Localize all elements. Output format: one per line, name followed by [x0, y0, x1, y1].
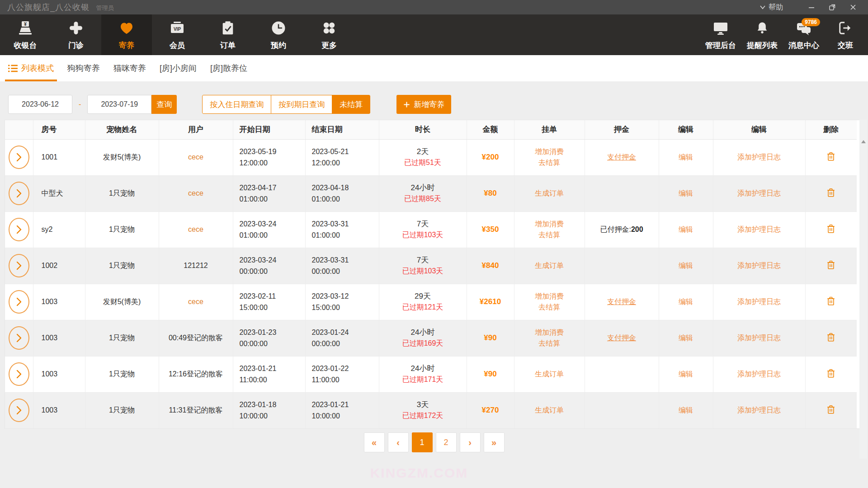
order-action-link[interactable]: 增加消费	[514, 219, 585, 230]
expand-button[interactable]	[9, 218, 29, 241]
edit-link[interactable]: 编辑	[679, 370, 693, 378]
duration-cell: 7天已过期103天	[379, 248, 467, 284]
edit-link[interactable]: 编辑	[679, 334, 693, 342]
edit-link[interactable]: 编辑	[679, 153, 693, 161]
nav-item-shift-change[interactable]: 交班	[825, 14, 866, 55]
order-action-link[interactable]: 去结算	[514, 302, 585, 313]
nav-item-message-center[interactable]: 消息中心9786	[783, 14, 825, 55]
tab-dog-boarding[interactable]: 狗狗寄养	[61, 55, 107, 81]
minimize-icon	[808, 4, 815, 10]
user-link[interactable]: cece	[188, 225, 203, 233]
amount-value: ¥350	[482, 225, 499, 234]
edit-link[interactable]: 编辑	[679, 225, 693, 233]
tab-list-mode[interactable]: 列表模式	[1, 55, 61, 81]
page-button-2[interactable]: 2	[436, 432, 457, 452]
nav-item-clinic[interactable]: 门诊	[51, 14, 101, 55]
add-boarding-button[interactable]: 新增寄养	[396, 95, 451, 114]
tab-room-small[interactable]: [房]小房间	[153, 55, 203, 81]
amount-cell: ¥80	[467, 175, 514, 211]
nav-item-reminder-list[interactable]: 提醒列表	[741, 14, 783, 55]
user-role: 管理员	[96, 5, 113, 11]
query-mode-unsettled[interactable]: 未结算	[332, 95, 370, 114]
order-action-link[interactable]: 去结算	[514, 230, 585, 240]
trash-icon[interactable]	[826, 296, 836, 306]
search-button[interactable]: 查询	[151, 95, 177, 114]
nav-item-boarding[interactable]: 寄养	[101, 14, 152, 55]
trash-icon[interactable]	[826, 368, 836, 379]
trash-icon[interactable]	[826, 332, 836, 343]
care-log-link[interactable]: 添加护理日志	[737, 334, 781, 342]
expand-button[interactable]	[9, 399, 29, 422]
duration-label: 29天	[379, 291, 467, 302]
nav-item-cashier[interactable]: ¥收银台	[0, 14, 51, 55]
nav-item-admin-console[interactable]: 管理后台	[700, 14, 741, 55]
user-link[interactable]: cece	[188, 189, 203, 197]
help-menu[interactable]: 帮助	[760, 3, 783, 12]
care-log-link[interactable]: 添加护理日志	[737, 225, 781, 233]
order-action-link[interactable]: 增加消费	[514, 327, 585, 338]
user-link[interactable]: cece	[188, 298, 203, 305]
next-page-button[interactable]: ›	[460, 432, 481, 452]
nav-left: ¥收银台门诊寄养VIP会员订单预约更多	[0, 14, 354, 55]
care-log-link[interactable]: 添加护理日志	[737, 370, 781, 378]
user-link[interactable]: cece	[188, 153, 203, 161]
tab-room-free-range[interactable]: [房]散养位	[203, 55, 254, 81]
minimize-button[interactable]	[801, 0, 822, 14]
nav-item-member[interactable]: VIP会员	[152, 14, 203, 55]
end-date-cell: 2023-03-3100:00:00	[305, 248, 379, 284]
pay-deposit-link[interactable]: 支付押金	[607, 334, 636, 342]
order-action-link[interactable]: 生成订单	[514, 260, 585, 271]
order-action-link[interactable]: 增加消费	[514, 146, 585, 157]
care-log-link[interactable]: 添加护理日志	[737, 298, 781, 305]
edit-link[interactable]: 编辑	[679, 406, 693, 414]
first-page-button[interactable]: «	[364, 432, 385, 452]
care-log-link[interactable]: 添加护理日志	[737, 189, 781, 197]
care-log-link[interactable]: 添加护理日志	[737, 406, 781, 414]
deposit-cell: 支付押金	[585, 139, 659, 175]
order-cell: 生成订单	[514, 392, 585, 428]
date-from-input[interactable]	[8, 95, 72, 114]
pay-deposit-link[interactable]: 支付押金	[607, 298, 636, 305]
care-log-link[interactable]: 添加护理日志	[737, 153, 781, 161]
order-action-link[interactable]: 生成订单	[514, 405, 585, 416]
page-button-1[interactable]: 1	[412, 432, 433, 452]
trash-icon[interactable]	[826, 151, 836, 162]
nav-item-more[interactable]: 更多	[304, 14, 354, 55]
order-action-link[interactable]: 增加消费	[514, 291, 585, 302]
close-button[interactable]	[843, 0, 863, 14]
order-action-link[interactable]: 生成订单	[514, 369, 585, 380]
tab-cat-boarding[interactable]: 猫咪寄养	[107, 55, 153, 81]
query-mode-by-due-date[interactable]: 按到期日查询	[271, 95, 332, 114]
nav-item-orders[interactable]: 订单	[203, 14, 253, 55]
order-action-link[interactable]: 去结算	[514, 157, 585, 168]
trash-icon[interactable]	[826, 188, 836, 198]
trash-icon[interactable]	[826, 224, 836, 234]
expand-button[interactable]	[9, 362, 29, 386]
order-action-link[interactable]: 去结算	[514, 338, 585, 349]
maximize-button[interactable]	[822, 0, 843, 14]
expand-button[interactable]	[9, 254, 29, 277]
expand-button[interactable]	[9, 145, 29, 169]
tab-label: [房]散养位	[210, 63, 247, 74]
edit-link[interactable]: 编辑	[679, 262, 693, 269]
trash-icon[interactable]	[826, 260, 836, 270]
amount-value: ¥2610	[480, 297, 501, 306]
nav-item-appointment[interactable]: 预约	[253, 14, 304, 55]
care-log-link[interactable]: 添加护理日志	[737, 262, 781, 269]
scrollbar-track[interactable]	[859, 120, 867, 459]
scroll-up-arrow[interactable]	[861, 140, 866, 143]
expand-button[interactable]	[9, 182, 29, 205]
trash-icon[interactable]	[826, 404, 836, 415]
date-to-input[interactable]	[87, 95, 151, 114]
order-action-link[interactable]: 生成订单	[514, 188, 585, 199]
amount-cell: ¥90	[467, 356, 514, 392]
edit-link[interactable]: 编辑	[679, 189, 693, 197]
pay-deposit-link[interactable]: 支付押金	[607, 153, 636, 161]
query-mode-by-checkin-date[interactable]: 按入住日期查询	[202, 95, 271, 114]
prev-page-button[interactable]: ‹	[388, 432, 409, 452]
expand-button[interactable]	[9, 326, 29, 350]
expand-button[interactable]	[9, 290, 29, 314]
user-label: 12:16登记的散客	[169, 370, 223, 378]
edit-link[interactable]: 编辑	[679, 298, 693, 305]
last-page-button[interactable]: »	[484, 432, 505, 452]
